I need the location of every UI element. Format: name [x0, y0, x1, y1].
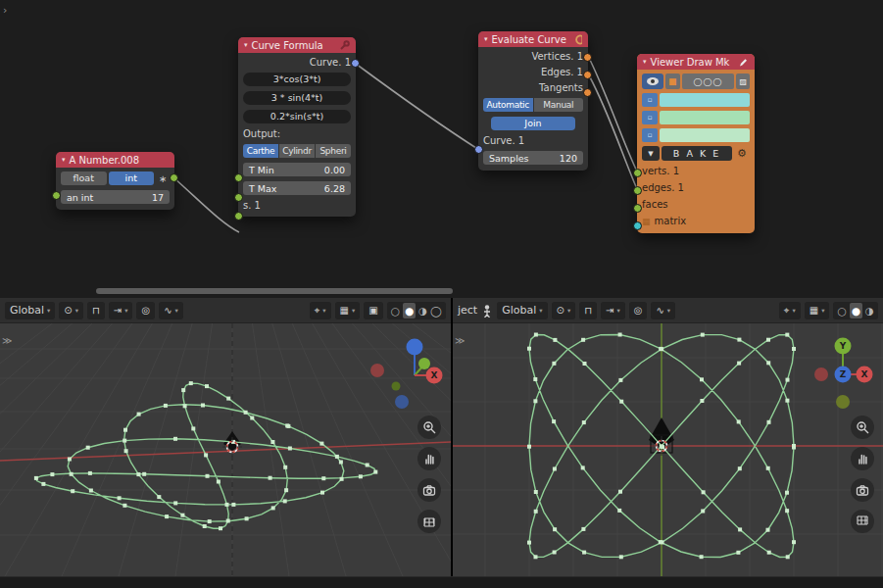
node-evaluate-curve[interactable]: ▾ Evaluate Curve Vertices. 1 Edges. 1 Ta…	[478, 31, 588, 171]
orientation-dropdown[interactable]: Global▾	[5, 302, 55, 319]
shading-material-button[interactable]: ◑	[418, 303, 427, 318]
ortho-grid-button[interactable]	[417, 510, 441, 533]
vertex-color-swatch[interactable]	[660, 93, 750, 107]
collapse-triangle-icon[interactable]: ▾	[62, 156, 66, 164]
camera-view-button[interactable]	[417, 478, 441, 502]
shading-wireframe-button[interactable]: ○	[837, 303, 846, 318]
snap-magnet-toggle[interactable]: ⊓	[87, 302, 105, 319]
collapse-triangle-icon[interactable]: ▾	[244, 41, 248, 49]
zoom-button[interactable]	[851, 416, 874, 439]
proportional-edit-toggle[interactable]: ◎	[629, 302, 648, 319]
zoom-button[interactable]	[417, 416, 441, 439]
t-min-socket[interactable]	[234, 173, 243, 182]
viewport-3d-perspective[interactable]: Global▾ ⊙▾ ⊓ ⇥▾ ◎ ∿▾ ⌖▾ ▦▾ ▣ ○ ● ◑ ◯ X	[0, 298, 451, 576]
pan-hand-button[interactable]	[851, 447, 874, 470]
manual-button[interactable]: Manual	[534, 98, 584, 112]
vertex-color-toggle[interactable]: ▫	[642, 93, 658, 107]
wifi-link-icon[interactable]: ∗	[156, 173, 170, 184]
t-max-slider[interactable]: T Max 6.28	[243, 181, 351, 195]
ortho-grid-button[interactable]	[851, 510, 874, 533]
snap-settings-dropdown[interactable]: ⇥▾	[601, 302, 625, 319]
collapse-triangle-icon[interactable]: ▾	[484, 35, 488, 43]
bake-button[interactable]: B A K E	[662, 146, 732, 161]
pivot-dropdown[interactable]: ⊙▾	[59, 302, 83, 319]
shading-material-button[interactable]: ◑	[865, 303, 874, 318]
face-color-swatch[interactable]	[660, 128, 750, 142]
join-button[interactable]: Join	[491, 117, 575, 130]
pivot-dropdown[interactable]: ⊙▾	[552, 302, 576, 319]
formula-x-field[interactable]: 3*cos(3*t)	[243, 73, 351, 86]
s-input-label: s. 1	[243, 200, 351, 211]
falloff-dropdown[interactable]: ∿▾	[159, 302, 183, 319]
spherical-button[interactable]: Spheri	[316, 144, 351, 158]
snap-magnet-toggle[interactable]: ⊓	[579, 302, 597, 319]
viewport-canvas[interactable]: X ≫	[0, 323, 451, 576]
face-color-toggle[interactable]: ▫	[642, 128, 658, 142]
camera-view-button[interactable]	[851, 478, 874, 502]
t-max-socket[interactable]	[234, 193, 243, 202]
bake-dropdown-button[interactable]: ▼	[642, 146, 660, 161]
sidebar-expand-arrow[interactable]: ›	[3, 4, 7, 17]
automatic-button[interactable]: Automatic	[483, 98, 533, 112]
show-toggle-button[interactable]	[642, 74, 663, 89]
verts-input-socket[interactable]	[633, 169, 642, 177]
cartesian-button[interactable]: Carthe	[243, 144, 278, 158]
viewport-header: ject Global▾ ⊙▾ ⊓ ⇥▾ ◎ ∿▾ ⌖▾ ▦▾ ○ ● ◑	[453, 298, 883, 323]
edges-output-socket[interactable]	[583, 71, 592, 79]
proportional-edit-toggle[interactable]: ◎	[136, 302, 155, 319]
grid-icon	[856, 514, 869, 528]
edges-output-label: Edges. 1	[483, 67, 583, 77]
node-a-number[interactable]: ▾ A Number.008 float int ∗ an int 17	[56, 152, 174, 210]
samples-slider[interactable]: Samples 120	[483, 151, 583, 165]
node-header[interactable]: ▾ Viewer Draw Mk	[637, 54, 755, 70]
tangents-output-socket[interactable]	[583, 88, 592, 97]
node-header[interactable]: ▾ A Number.008	[56, 152, 174, 168]
faces-input-socket[interactable]	[633, 204, 642, 213]
falloff-dropdown[interactable]: ∿▾	[651, 302, 675, 319]
gizmos-dropdown[interactable]: ⌖▾	[779, 302, 801, 319]
node-editor-h-scrollbar[interactable]	[96, 288, 453, 294]
number-output-socket[interactable]	[170, 173, 178, 182]
formula-z-field[interactable]: 0.2*sin(s*t)	[243, 110, 351, 123]
pan-hand-button[interactable]	[417, 447, 441, 470]
edge-color-toggle[interactable]: ▫	[642, 111, 658, 124]
clipped-menu-label[interactable]: ject	[458, 304, 477, 317]
node-curve-formula[interactable]: ▾ Curve Formula Curve. 1 3*cos(3*t) 3 * …	[238, 37, 356, 217]
overlays-dropdown[interactable]: ▦▾	[335, 302, 361, 319]
shading-wireframe-button[interactable]: ○	[391, 303, 400, 318]
overlays-dropdown[interactable]: ▦▾	[805, 302, 830, 319]
number-input-socket[interactable]	[52, 191, 61, 200]
s-input-socket[interactable]	[234, 212, 243, 220]
shading-solid-button[interactable]: ●	[403, 303, 416, 318]
curve-input-socket[interactable]	[474, 145, 483, 154]
snap-settings-dropdown[interactable]: ⇥▾	[109, 302, 133, 319]
xray-toggle[interactable]: ▣	[364, 302, 382, 319]
t-min-slider[interactable]: T Min 0.00	[243, 163, 351, 176]
vertices-output-socket[interactable]	[583, 53, 592, 62]
gear-icon[interactable]: ⚙	[734, 147, 750, 160]
curve-output-socket[interactable]	[351, 59, 360, 68]
node-header[interactable]: ▾ Curve Formula	[238, 37, 356, 53]
node-viewer-draw[interactable]: ▾ Viewer Draw Mk ■ ◯◯◯ ▨	[637, 54, 755, 233]
edge-color-swatch[interactable]	[660, 111, 750, 124]
collapse-triangle-icon[interactable]: ▾	[643, 58, 647, 66]
int-value-slider[interactable]: an int 17	[61, 190, 170, 204]
matrix-input-socket[interactable]	[633, 221, 642, 230]
gizmos-dropdown[interactable]: ⌖▾	[310, 302, 331, 319]
int-mode-button[interactable]: int	[109, 172, 155, 185]
shading-solid-button[interactable]: ●	[850, 303, 862, 318]
stipple-button[interactable]: ▨	[736, 74, 750, 89]
toolbar-expand-arrow[interactable]: ≫	[455, 335, 465, 346]
node-header[interactable]: ▾ Evaluate Curve	[478, 31, 588, 47]
shading-rendered-button[interactable]: ◯	[430, 303, 442, 318]
orientation-dropdown[interactable]: Global▾	[497, 302, 547, 319]
formula-y-field[interactable]: 3 * sin(4*t)	[243, 91, 351, 105]
display-cube-button[interactable]: ■	[665, 74, 680, 89]
viewport-canvas[interactable]: YXZ ≫	[453, 323, 883, 576]
edges-input-socket[interactable]	[633, 186, 642, 195]
float-mode-button[interactable]: float	[61, 172, 107, 185]
toolbar-expand-arrow[interactable]: ≫	[2, 335, 12, 346]
cylindrical-button[interactable]: Cylindr	[279, 144, 315, 158]
point-display-buttons[interactable]: ◯◯◯	[682, 74, 735, 89]
viewport-3d-front[interactable]: ject Global▾ ⊙▾ ⊓ ⇥▾ ◎ ∿▾ ⌖▾ ▦▾ ○ ● ◑	[453, 298, 883, 576]
